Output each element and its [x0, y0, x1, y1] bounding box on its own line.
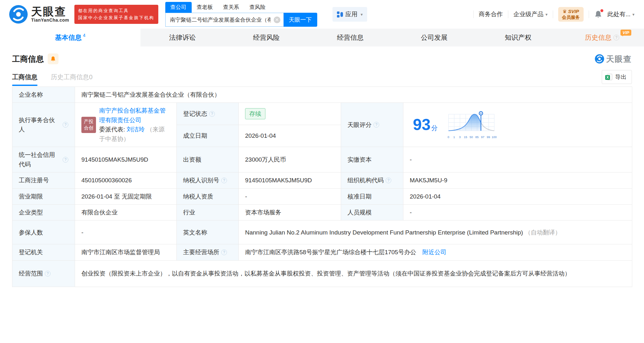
approve-date-value: 2026-01-04	[403, 188, 632, 204]
search-tab-risk[interactable]: 查风险	[244, 2, 271, 13]
company-name-value: 南宁聚链二号铝产业发展基金合伙企业（有限合伙）	[75, 87, 632, 103]
search-input[interactable]	[165, 13, 284, 27]
capital-label: 出资额	[177, 147, 239, 172]
help-icon[interactable]: ?	[63, 157, 68, 163]
score-chart-svg	[446, 110, 497, 132]
help-icon[interactable]: ?	[221, 249, 227, 255]
insured-label: 参保人数	[12, 220, 75, 244]
vip-badge: VIP	[620, 30, 632, 36]
notifications-button[interactable]	[594, 10, 602, 18]
chevron-down-icon: ▾	[545, 12, 548, 17]
en-name-label: 英文名称	[177, 220, 239, 244]
rep-name-link[interactable]: 刘洁玲	[127, 126, 145, 133]
score-ticks: 0131550859799100	[446, 135, 497, 139]
insured-value: -	[75, 220, 177, 244]
partner-company-link[interactable]: 南宁产投合创私募基金管理有限责任公司	[99, 107, 166, 123]
help-icon[interactable]: ?	[373, 122, 379, 128]
tianyancha-swirl-icon	[595, 54, 604, 64]
taxpayer-quality-value: -	[239, 188, 341, 204]
search-area: 查公司 查老板 查关系 查风险 ✕ 天眼一下	[165, 2, 317, 27]
help-icon[interactable]: ?	[63, 122, 68, 128]
tianyancha-company-page: 天眼查 TianYanCha.com 都在用的商业查询工具 国家中小企业发展子基…	[0, 0, 644, 343]
apps-menu-button[interactable]: 应用 ▾	[332, 7, 367, 22]
industry-value: 资本市场服务	[239, 204, 341, 220]
capital-value: 23000万人民币	[239, 147, 341, 172]
bell-icon	[50, 56, 56, 62]
tab-basic-info[interactable]: 基本信息 4	[0, 29, 140, 46]
table-row: 执行事务合伙人? 产投 合创 南宁产投合创私募基金管理有限责任公司 委派代表: …	[12, 103, 632, 125]
username: 此处有...	[607, 10, 631, 18]
search-tab-company[interactable]: 查公司	[165, 2, 192, 13]
subtab-business-info[interactable]: 工商信息	[12, 73, 38, 86]
divider	[508, 10, 508, 18]
logo-text: 天眼查 TianYanCha.com	[31, 6, 69, 23]
search-input-wrap: ✕	[165, 13, 284, 27]
company-name-label: 企业名称	[12, 87, 75, 103]
address-value: 南宁市江南区亭洪路58号振宁星光广场综合楼十七层1705号办公	[245, 249, 416, 256]
scope-label-cell: 经营范围?	[12, 260, 75, 287]
org-code-value: MAK5JM5U-9	[403, 172, 632, 188]
svip-member-button[interactable]: ♛ SVIP 会员服务	[558, 7, 584, 22]
promo-line-1: 都在用的商业查询工具	[78, 7, 154, 14]
partner-label-cell: 执行事务合伙人?	[12, 103, 75, 147]
apps-label: 应用	[346, 10, 358, 18]
apps-grid-icon	[337, 11, 343, 18]
help-icon[interactable]: ?	[613, 35, 619, 40]
tianyancha-swirl-icon	[9, 5, 28, 24]
industry-label: 行业	[177, 204, 239, 220]
search-button[interactable]: 天眼一下	[284, 13, 317, 27]
export-button[interactable]: X 导出	[602, 70, 632, 84]
excel-icon: X	[607, 74, 612, 80]
table-row: 登记机关 南宁市江南区市场监督管理局 主要经营场所? 南宁市江南区亭洪路58号振…	[12, 244, 632, 260]
staff-size-value: -	[403, 204, 632, 220]
brand-name: 天眼查	[31, 6, 69, 18]
enterprise-products-link[interactable]: 企业级产品 ▾	[513, 10, 548, 18]
table-row: 统一社会信用代码? 91450105MAK5JM5U9D 出资额 23000万人…	[12, 147, 632, 172]
credit-code-value: 91450105MAK5JM5U9D	[75, 147, 177, 172]
subscribe-bell-button[interactable]	[48, 53, 58, 64]
status-label-cell: 登记状态?	[177, 103, 239, 125]
header-right: 商务合作 企业级产品 ▾ ♛ SVIP 会员服务 此处有... ▾	[473, 7, 634, 22]
business-coop-link[interactable]: 商务合作	[479, 10, 503, 18]
help-icon[interactable]: ?	[221, 178, 227, 183]
tab-operation-risk[interactable]: 经营风险	[224, 29, 308, 46]
clear-search-icon[interactable]: ✕	[274, 17, 280, 23]
auto-translate-note: （自动翻译）	[525, 229, 561, 236]
subtab-row: 工商信息 历史工商信息0 X 导出	[12, 70, 632, 86]
notification-dot	[600, 9, 603, 12]
tab-business-info[interactable]: 经营信息	[308, 29, 392, 46]
watermark-text: 天眼查	[606, 54, 632, 64]
chevron-down-icon: ▾	[632, 12, 634, 17]
site-logo[interactable]: 天眼查 TianYanCha.com	[9, 5, 69, 24]
help-icon[interactable]: ?	[209, 111, 215, 117]
company-type-value: 有限合伙企业	[75, 204, 177, 220]
site-header: 天眼查 TianYanCha.com 都在用的商业查询工具 国家中小企业发展子基…	[0, 0, 644, 29]
watermark-logo: 天眼查	[595, 54, 632, 64]
help-icon[interactable]: ?	[386, 178, 391, 183]
tab-company-development[interactable]: 公司发展	[392, 29, 476, 46]
tab-legal-litigation[interactable]: 法律诉讼	[140, 29, 224, 46]
score-unit: 分	[431, 124, 438, 131]
search-tab-relation[interactable]: 查关系	[218, 2, 244, 13]
promo-line-2: 国家中小企业发展子基金旗下机构	[78, 14, 154, 21]
score-distribution-chart: 0131550859799100	[446, 110, 497, 139]
credit-code-label-cell: 统一社会信用代码?	[12, 147, 75, 172]
tab-history-info[interactable]: VIP 历史信息 ?	[560, 29, 644, 46]
search-tab-boss[interactable]: 查老板	[192, 2, 218, 13]
chevron-down-icon: ▾	[361, 12, 363, 17]
approve-date-label: 核准日期	[341, 188, 403, 204]
reg-no-label: 工商注册号	[12, 172, 75, 188]
reg-authority-label: 登记机关	[12, 244, 75, 260]
score-value-cell: 93分	[403, 103, 632, 147]
user-menu[interactable]: 此处有... ▾	[607, 10, 634, 18]
nearby-companies-link[interactable]: 附近公司	[422, 249, 447, 256]
table-row: 工商注册号 450105000360026 纳税人识别号? 91450105MA…	[12, 172, 632, 188]
help-icon[interactable]: ?	[45, 271, 51, 276]
taxpayer-id-label-cell: 纳税人识别号?	[177, 172, 239, 188]
company-section-tabs: 基本信息 4 法律诉讼 经营风险 经营信息 公司发展 知识产权 VIP 历史信息…	[0, 29, 644, 46]
tab-intellectual-property[interactable]: 知识产权	[476, 29, 560, 46]
subtab-history-business-info[interactable]: 历史工商信息0	[51, 73, 92, 86]
scope-value: 创业投资（限投资未上市企业），以自有资金从事投资活动，以私募基金从事股权投资、投…	[75, 260, 632, 287]
address-label-cell: 主要经营场所?	[177, 244, 239, 260]
table-row: 企业名称 南宁聚链二号铝产业发展基金合伙企业（有限合伙）	[12, 87, 632, 103]
